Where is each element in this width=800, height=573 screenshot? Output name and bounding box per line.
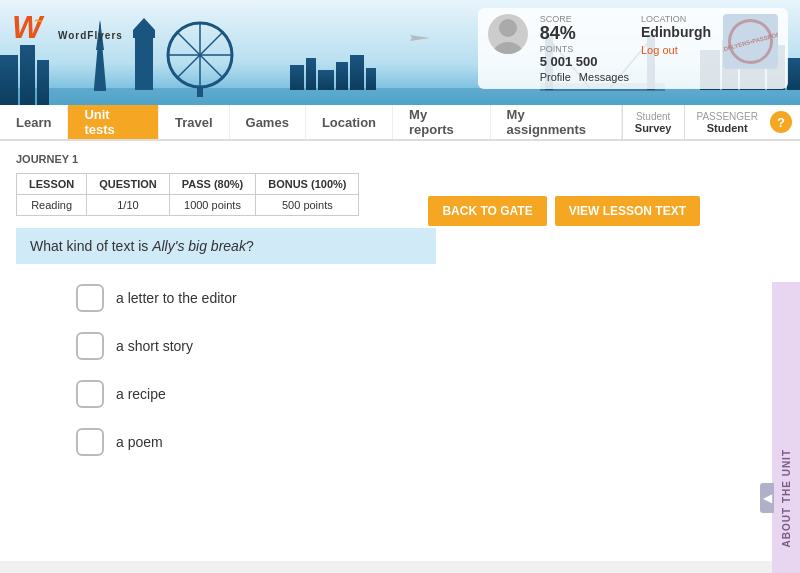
- nav-my-reports[interactable]: My reports: [393, 105, 491, 139]
- nav-unit-tests[interactable]: Unit tests: [68, 105, 159, 139]
- profile-messages: Profile Messages: [540, 71, 629, 83]
- location-block: LOCATION Edinburgh Log out: [641, 14, 711, 56]
- question-italic: Ally's big break: [152, 238, 246, 254]
- answer-option-d[interactable]: a poem: [76, 428, 784, 456]
- question-suffix: ?: [246, 238, 254, 254]
- nav-games[interactable]: Games: [230, 105, 306, 139]
- answer-option-c[interactable]: a recipe: [76, 380, 784, 408]
- nav-location[interactable]: Location: [306, 105, 393, 139]
- logo: W ~ WordFlyers: [12, 8, 123, 48]
- brand-name: WordFlyers: [58, 30, 123, 41]
- question-prefix: What kind of text is: [30, 238, 152, 254]
- passport: WORDFLYERS•PASSPORT••••: [723, 14, 778, 69]
- sidebar-label: ABOUT THE UNIT: [781, 449, 792, 547]
- answer-label-c: a recipe: [116, 386, 166, 402]
- radio-a[interactable]: [76, 284, 104, 312]
- question-box: What kind of text is Ally's big break?: [16, 228, 436, 264]
- radio-b[interactable]: [76, 332, 104, 360]
- cell-question: 1/10: [87, 195, 169, 216]
- passport-stamp: WORDFLYERS•PASSPORT••••: [723, 14, 778, 69]
- nav-travel[interactable]: Travel: [159, 105, 230, 139]
- action-buttons: BACK TO GATE VIEW LESSON TEXT: [428, 196, 700, 226]
- student-survey[interactable]: Student Survey: [622, 104, 684, 140]
- layout-wrapper: JOURNEY 1 LESSON QUESTION PASS (80%) BON…: [0, 141, 800, 561]
- svg-point-37: [494, 42, 522, 54]
- points-label: POINTS: [540, 44, 629, 54]
- location-label: LOCATION: [641, 14, 711, 24]
- svg-rect-1: [0, 88, 800, 105]
- cell-bonus: 500 points: [256, 195, 359, 216]
- svg-text:~: ~: [34, 13, 42, 29]
- col-lesson: LESSON: [17, 174, 87, 195]
- col-bonus: BONUS (100%): [256, 174, 359, 195]
- nav-right: Student Survey PASSENGER Student ?: [622, 105, 800, 139]
- header: W ~ WordFlyers SCORE 84% POINTS 5 001 50…: [0, 0, 800, 105]
- nav-my-assignments[interactable]: My assignments: [491, 105, 622, 139]
- passenger-info: PASSENGER Student: [684, 104, 771, 140]
- answer-option-b[interactable]: a short story: [76, 332, 784, 360]
- right-sidebar: ◀ ABOUT THE UNIT: [772, 282, 800, 573]
- navbar: Learn Unit tests Travel Games Location M…: [0, 105, 800, 141]
- sidebar-collapse-button[interactable]: ◀: [760, 483, 774, 513]
- answer-label-a: a letter to the editor: [116, 290, 237, 306]
- nav-learn[interactable]: Learn: [0, 105, 68, 139]
- back-to-gate-button[interactable]: BACK TO GATE: [428, 196, 546, 226]
- table-row: Reading 1/10 1000 points 500 points: [17, 195, 359, 216]
- answer-options: a letter to the editor a short story a r…: [16, 284, 784, 456]
- profile-link[interactable]: Profile: [540, 71, 571, 83]
- avatar: [488, 14, 528, 54]
- logo-icon: W ~: [12, 8, 62, 48]
- answer-label-b: a short story: [116, 338, 193, 354]
- radio-c[interactable]: [76, 380, 104, 408]
- journey-label: JOURNEY 1: [16, 153, 784, 165]
- score-value: 84%: [540, 24, 629, 44]
- view-lesson-text-button[interactable]: VIEW LESSON TEXT: [555, 196, 700, 226]
- col-pass: PASS (80%): [169, 174, 256, 195]
- points-value: 5 001 500: [540, 54, 629, 69]
- col-question: QUESTION: [87, 174, 169, 195]
- score-block: SCORE 84% POINTS 5 001 500 Profile Messa…: [540, 14, 629, 83]
- svg-point-36: [499, 19, 517, 37]
- answer-label-d: a poem: [116, 434, 163, 450]
- logout-button[interactable]: Log out: [641, 44, 711, 56]
- user-info: SCORE 84% POINTS 5 001 500 Profile Messa…: [478, 8, 788, 89]
- lesson-table: LESSON QUESTION PASS (80%) BONUS (100%) …: [16, 173, 359, 216]
- location-value: Edinburgh: [641, 24, 711, 40]
- answer-option-a[interactable]: a letter to the editor: [76, 284, 784, 312]
- messages-link[interactable]: Messages: [579, 71, 629, 83]
- cell-pass: 1000 points: [169, 195, 256, 216]
- cell-lesson: Reading: [17, 195, 87, 216]
- help-button[interactable]: ?: [770, 111, 792, 133]
- radio-d[interactable]: [76, 428, 104, 456]
- content-area: JOURNEY 1 LESSON QUESTION PASS (80%) BON…: [0, 141, 800, 561]
